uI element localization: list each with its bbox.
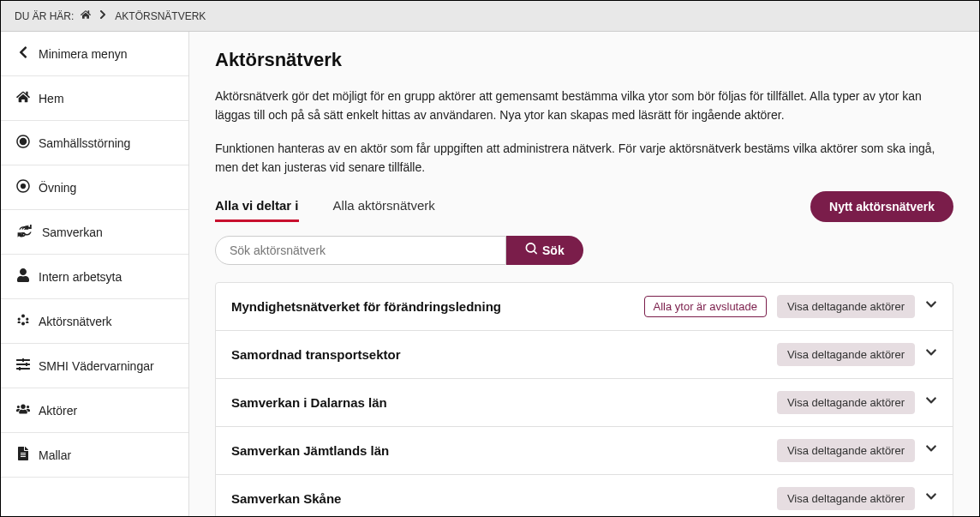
chevron-down-icon[interactable] bbox=[925, 346, 937, 362]
target-icon bbox=[16, 135, 30, 151]
sidebar-item-samverkan[interactable]: Samverkan bbox=[1, 210, 188, 255]
network-icon bbox=[16, 313, 30, 329]
view-actors-button[interactable]: Visa deltagande aktörer bbox=[777, 391, 915, 414]
network-name: Myndighetsnätverket för förändringsledni… bbox=[231, 299, 634, 314]
new-network-button[interactable]: Nytt aktörsnätverk bbox=[810, 191, 953, 222]
minimize-menu-button[interactable]: Minimera menyn bbox=[1, 32, 188, 76]
view-actors-button[interactable]: Visa deltagande aktörer bbox=[777, 487, 915, 510]
network-list: Myndighetsnätverket för förändringsledni… bbox=[215, 282, 953, 516]
network-name: Samverkan Jämtlands län bbox=[231, 443, 767, 458]
page-title: Aktörsnätverk bbox=[215, 49, 953, 71]
record-icon bbox=[16, 179, 30, 195]
chevron-down-icon[interactable] bbox=[925, 298, 937, 314]
sidebar-item-label: Samhällsstörning bbox=[39, 136, 130, 150]
sliders-icon bbox=[16, 358, 30, 374]
tab-all-networks[interactable]: Alla aktörsnätverk bbox=[333, 191, 435, 222]
sidebar-item-label: Minimera menyn bbox=[39, 47, 127, 61]
sidebar-item-label: Intern arbetsyta bbox=[39, 270, 122, 284]
network-item[interactable]: Samverkan i Dalarnas län Visa deltagande… bbox=[216, 379, 953, 427]
network-name: Samverkan Skåne bbox=[231, 491, 767, 506]
network-name: Samverkan i Dalarnas län bbox=[231, 395, 767, 410]
tab-all-participating[interactable]: Alla vi deltar i bbox=[215, 191, 299, 222]
view-actors-button[interactable]: Visa deltagande aktörer bbox=[777, 439, 915, 462]
network-item[interactable]: Myndighetsnätverket för förändringsledni… bbox=[216, 283, 953, 331]
chevron-down-icon[interactable] bbox=[925, 394, 937, 410]
sidebar-item-label: Hem bbox=[39, 92, 64, 105]
sidebar-item-aktorsnatverk[interactable]: Aktörsnätverk bbox=[1, 299, 188, 344]
sidebar-item-hem[interactable]: Hem bbox=[1, 76, 188, 121]
sidebar-item-smhi[interactable]: SMHI Vädervarningar bbox=[1, 344, 188, 388]
view-actors-button[interactable]: Visa deltagande aktörer bbox=[777, 295, 915, 318]
search-button-label: Sök bbox=[542, 243, 565, 257]
search-button[interactable]: Sök bbox=[506, 236, 583, 265]
file-icon bbox=[16, 447, 30, 463]
sidebar-item-label: Övning bbox=[39, 181, 76, 195]
network-item[interactable]: Samverkan Skåne Visa deltagande aktörer bbox=[216, 475, 953, 516]
sidebar-item-samhallsstorning[interactable]: Samhällsstörning bbox=[1, 121, 188, 165]
chevron-left-icon bbox=[16, 45, 30, 62]
closed-badge: Alla ytor är avslutade bbox=[644, 296, 767, 317]
sidebar-item-label: Mallar bbox=[39, 448, 71, 462]
sidebar-item-intern[interactable]: Intern arbetsyta bbox=[1, 255, 188, 299]
user-icon bbox=[16, 268, 30, 285]
page-description-2: Funktionen hanteras av en aktör som får … bbox=[215, 139, 953, 177]
sidebar-item-ovning[interactable]: Övning bbox=[1, 165, 188, 210]
sidebar-item-label: Aktörer bbox=[39, 404, 77, 418]
page-description-1: Aktörsnätverk gör det möjligt för en gru… bbox=[215, 87, 953, 125]
sidebar-item-mallar[interactable]: Mallar bbox=[1, 433, 188, 478]
home-icon bbox=[16, 90, 30, 106]
breadcrumb: DU ÄR HÄR: AKTÖRSNÄTVERK bbox=[1, 1, 979, 32]
search-icon bbox=[525, 243, 537, 257]
sync-icon bbox=[16, 224, 33, 240]
sidebar-item-label: Aktörsnätverk bbox=[39, 315, 112, 328]
main-content: Aktörsnätverk Aktörsnätverk gör det möjl… bbox=[189, 32, 979, 516]
sidebar: Minimera menyn Hem Samhällsstörning Övni… bbox=[1, 32, 189, 516]
chevron-down-icon[interactable] bbox=[925, 490, 937, 506]
search-input[interactable] bbox=[215, 236, 506, 265]
breadcrumb-current[interactable]: AKTÖRSNÄTVERK bbox=[115, 10, 206, 22]
view-actors-button[interactable]: Visa deltagande aktörer bbox=[777, 343, 915, 366]
network-item[interactable]: Samordnad transportsektor Visa deltagand… bbox=[216, 331, 953, 379]
network-name: Samordnad transportsektor bbox=[231, 347, 767, 362]
chevron-down-icon[interactable] bbox=[925, 442, 937, 458]
network-item[interactable]: Samverkan Jämtlands län Visa deltagande … bbox=[216, 427, 953, 475]
users-icon bbox=[16, 402, 30, 418]
sidebar-item-aktorer[interactable]: Aktörer bbox=[1, 388, 188, 433]
tabs: Alla vi deltar i Alla aktörsnätverk bbox=[215, 191, 435, 222]
sidebar-item-label: SMHI Vädervarningar bbox=[39, 359, 154, 373]
home-icon[interactable] bbox=[81, 9, 91, 22]
chevron-right-icon bbox=[98, 9, 108, 22]
breadcrumb-prefix: DU ÄR HÄR: bbox=[15, 10, 74, 22]
sidebar-item-label: Samverkan bbox=[42, 225, 103, 239]
